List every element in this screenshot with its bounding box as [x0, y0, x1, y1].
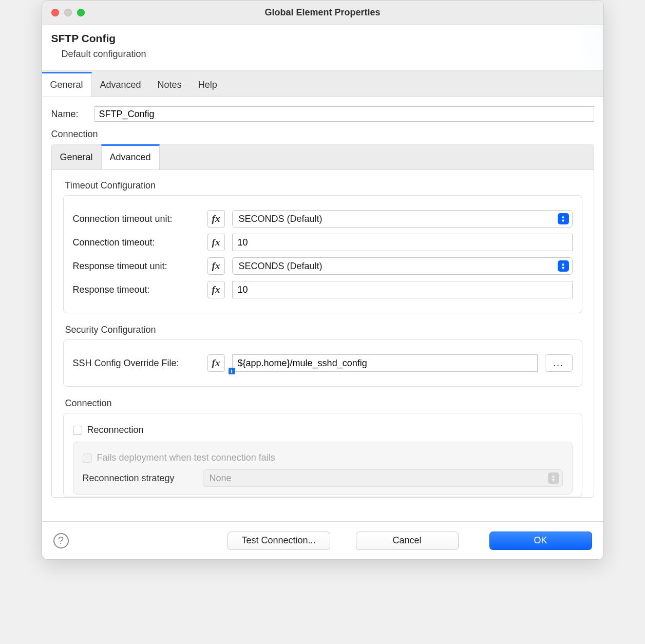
name-input[interactable] [94, 106, 594, 122]
tab-notes[interactable]: Notes [149, 72, 190, 97]
titlebar: Global Element Properties [42, 1, 603, 25]
fails-deploy-row: Fails deployment when test connection fa… [83, 452, 563, 463]
dialog-window: Global Element Properties SFTP Config De… [42, 0, 604, 560]
connection-panel: General Advanced Timeout Configuration C… [51, 144, 594, 498]
timeout-group-label: Timeout Configuration [65, 180, 582, 191]
connection-tabs: General Advanced [52, 144, 594, 170]
fx-button[interactable]: fx [207, 257, 225, 275]
reconnection-strategy-select: None ▲▼ [203, 469, 563, 487]
reconnection-subpanel: Fails deployment when test connection fa… [73, 442, 573, 495]
resp-timeout-input[interactable] [232, 281, 573, 298]
reconnection-label: Reconnection [87, 425, 144, 435]
header-decoration [511, 25, 603, 70]
conn-timeout-unit-value: SECONDS (Default) [239, 214, 322, 224]
conn-timeout-input[interactable] [232, 234, 573, 251]
resp-timeout-unit-select[interactable]: SECONDS (Default) ▲▼ [232, 257, 573, 275]
tab-help[interactable]: Help [190, 72, 225, 97]
resp-timeout-row: Response timeout: fx [73, 281, 573, 298]
fx-button[interactable]: fx [207, 281, 225, 298]
reconnection-strategy-label: Reconnection strategy [83, 473, 196, 484]
name-label: Name: [51, 109, 87, 120]
window-title: Global Element Properties [42, 7, 603, 18]
dialog-header: SFTP Config Default configuration [42, 25, 603, 70]
conn-tab-general[interactable]: General [52, 144, 101, 169]
fails-deploy-label: Fails deployment when test connection fa… [97, 452, 275, 463]
reconnection-row: Reconnection [73, 425, 573, 435]
resp-timeout-unit-value: SECONDS (Default) [239, 261, 322, 272]
conn-tab-advanced[interactable]: Advanced [101, 144, 160, 169]
resp-timeout-unit-row: Response timeout unit: fx SECONDS (Defau… [73, 257, 573, 275]
security-group: SSH Config Override File: fx i ... [63, 339, 582, 387]
tab-advanced[interactable]: Advanced [92, 72, 149, 97]
ssh-override-row: SSH Config Override File: fx i ... [73, 354, 573, 372]
connection-group-label: Connection [65, 398, 582, 409]
timeout-group: Connection timeout unit: fx SECONDS (Def… [63, 195, 582, 313]
chevron-updown-icon: ▲▼ [548, 472, 559, 484]
test-connection-button[interactable]: Test Connection... [227, 532, 330, 550]
ssh-override-input[interactable] [232, 354, 538, 372]
window-controls [51, 9, 85, 16]
zoom-icon[interactable] [77, 9, 85, 16]
conn-timeout-unit-row: Connection timeout unit: fx SECONDS (Def… [73, 210, 573, 228]
main-tabs: General Advanced Notes Help [42, 70, 603, 97]
ok-button[interactable]: OK [489, 532, 592, 550]
security-group-label: Security Configuration [65, 325, 582, 335]
fails-deploy-checkbox [83, 453, 92, 463]
connection-body: Timeout Configuration Connection timeout… [52, 170, 594, 497]
info-icon: i [229, 368, 235, 374]
dialog-footer: ? Test Connection... Cancel OK [42, 521, 603, 559]
close-icon[interactable] [51, 9, 59, 16]
help-button[interactable]: ? [53, 533, 69, 548]
fx-button[interactable]: fx [207, 210, 225, 228]
chevron-updown-icon: ▲▼ [558, 213, 569, 224]
conn-timeout-label: Connection timeout: [73, 237, 200, 248]
fx-button[interactable]: fx [207, 354, 225, 372]
resp-timeout-unit-label: Response timeout unit: [73, 261, 200, 272]
reconnection-strategy-row: Reconnection strategy None ▲▼ [83, 469, 563, 487]
minimize-icon [64, 9, 72, 16]
browse-button[interactable]: ... [545, 354, 573, 372]
connection-section-label: Connection [51, 129, 594, 140]
tab-general[interactable]: General [42, 72, 92, 97]
connection-group: Reconnection Fails deployment when test … [63, 413, 582, 497]
name-row: Name: [51, 106, 594, 122]
resp-timeout-label: Response timeout: [73, 285, 200, 295]
chevron-updown-icon: ▲▼ [558, 260, 569, 272]
dialog-body: Name: Connection General Advanced Timeou… [42, 97, 603, 521]
fx-button[interactable]: fx [207, 234, 225, 251]
conn-timeout-row: Connection timeout: fx [73, 234, 573, 251]
ssh-override-label: SSH Config Override File: [73, 358, 200, 369]
reconnection-checkbox[interactable] [73, 426, 82, 435]
cancel-button[interactable]: Cancel [356, 532, 459, 550]
reconnection-strategy-value: None [210, 473, 232, 484]
conn-timeout-unit-select[interactable]: SECONDS (Default) ▲▼ [232, 210, 573, 228]
conn-timeout-unit-label: Connection timeout unit: [73, 214, 200, 224]
